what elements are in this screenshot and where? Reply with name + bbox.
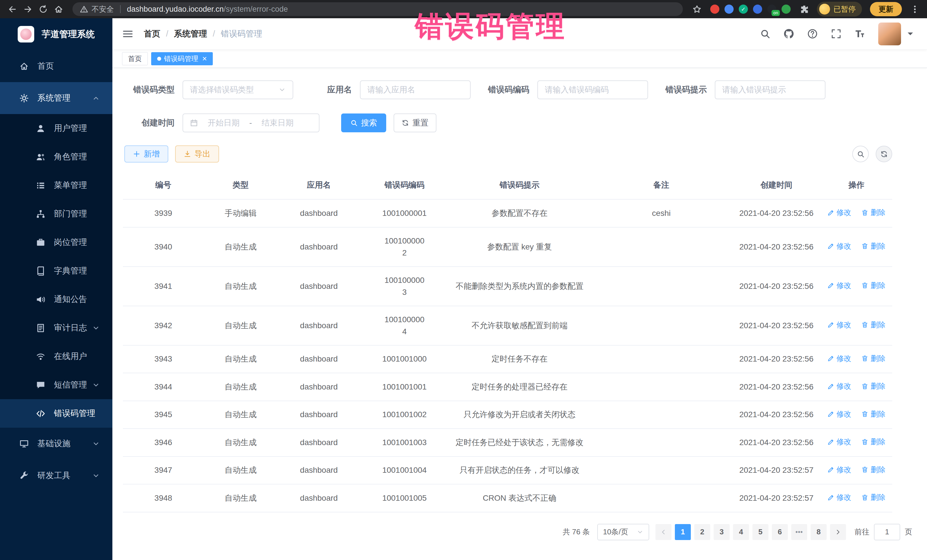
delete-link[interactable]: 删除 <box>862 436 885 448</box>
browser-back-icon[interactable] <box>5 2 20 17</box>
prev-page-button[interactable] <box>655 524 672 540</box>
sidebar-item-system[interactable]: 系统管理 <box>0 82 112 114</box>
sidebar-item-label: 错误码管理 <box>54 408 95 419</box>
delete-link[interactable]: 删除 <box>862 353 885 364</box>
edit-link[interactable]: 修改 <box>827 381 851 392</box>
sidebar-item-users[interactable]: 用户管理 <box>0 114 112 143</box>
page-button-4[interactable]: 4 <box>733 524 749 540</box>
edit-link[interactable]: 修改 <box>827 280 851 291</box>
add-button[interactable]: 新增 <box>125 146 168 162</box>
edit-link[interactable]: 修改 <box>827 436 851 448</box>
page-button-5[interactable]: 5 <box>752 524 768 540</box>
end-date-input[interactable] <box>256 118 299 127</box>
sidebar-item-online-users[interactable]: 在线用户 <box>0 342 112 371</box>
page-size-select[interactable]: 10条/页 <box>597 524 649 540</box>
page-button-2[interactable]: 2 <box>694 524 710 540</box>
table-body: 3939 手动编辑 dashboard 1001000001 参数配置不存在 c… <box>123 199 892 512</box>
date-range-picker[interactable]: - <box>182 114 319 132</box>
cell-type: 手动编辑 <box>204 199 278 227</box>
delete-link[interactable]: 删除 <box>862 381 885 392</box>
column-header: 操作 <box>821 171 892 199</box>
edit-link[interactable]: 修改 <box>827 353 851 364</box>
github-icon[interactable] <box>784 29 794 39</box>
error-code-input[interactable] <box>545 85 641 94</box>
goto-page-input[interactable] <box>874 524 900 540</box>
breadcrumb-item[interactable]: 首页 <box>144 28 160 39</box>
browser-menu-kebab-icon[interactable] <box>907 2 922 17</box>
browser-home-icon[interactable] <box>51 2 66 17</box>
edit-link[interactable]: 修改 <box>827 241 851 252</box>
refresh-table-button[interactable] <box>876 146 892 162</box>
cell-app: dashboard <box>278 345 360 373</box>
edit-link[interactable]: 修改 <box>827 492 851 503</box>
edit-link[interactable]: 修改 <box>827 464 851 475</box>
sidebar-item-roles[interactable]: 角色管理 <box>0 143 112 171</box>
error-type-select[interactable]: 请选择错误码类型 <box>182 80 293 99</box>
user-avatar[interactable] <box>878 23 901 46</box>
sidebar-item-audit-log[interactable]: 审计日志 <box>0 314 112 342</box>
export-button[interactable]: 导出 <box>175 146 219 162</box>
profile-chip[interactable]: 已暂停 <box>817 2 862 17</box>
bookmark-star-icon[interactable] <box>689 2 705 17</box>
cell-hint: 定时任务的处理器已经存在 <box>449 373 590 401</box>
search-icon[interactable] <box>760 29 770 39</box>
show-search-button[interactable] <box>852 146 869 162</box>
extensions-puzzle-icon[interactable] <box>796 2 812 17</box>
delete-link[interactable]: 删除 <box>862 241 885 252</box>
browser-update-button[interactable]: 更新 <box>870 2 902 16</box>
reset-button[interactable]: 重置 <box>394 114 436 132</box>
sidebar-item-depts[interactable]: 部门管理 <box>0 200 112 228</box>
page-button-3[interactable]: 3 <box>714 524 729 540</box>
sidebar-item-error-code[interactable]: 错误码管理 <box>0 399 112 428</box>
address-bar[interactable]: 不安全 dashboard.yudao.iocoder.cn/system/er… <box>73 2 683 16</box>
edit-link[interactable]: 修改 <box>827 319 851 331</box>
fullscreen-icon[interactable] <box>831 29 842 39</box>
cell-hint: 不允许获取敏感配置到前端 <box>449 306 590 345</box>
next-page-button[interactable] <box>830 524 846 540</box>
edit-link[interactable]: 修改 <box>827 408 851 420</box>
page-button-1[interactable]: 1 <box>675 524 691 540</box>
application-window: 不安全 dashboard.yudao.iocoder.cn/system/er… <box>0 0 927 560</box>
delete-link[interactable]: 删除 <box>862 207 885 218</box>
delete-link[interactable]: 删除 <box>862 319 885 331</box>
error-hint-input[interactable] <box>722 85 818 94</box>
sidebar-item-posts[interactable]: 岗位管理 <box>0 228 112 256</box>
tab-home[interactable]: 首页 <box>122 52 148 65</box>
ext-icon-green-check[interactable] <box>739 5 748 14</box>
close-icon[interactable]: × <box>202 55 207 63</box>
breadcrumb-item[interactable]: 系统管理 <box>174 28 207 39</box>
code-icon <box>36 409 46 418</box>
ext-icon-dark-on[interactable]: on <box>767 5 777 14</box>
ext-icon-blue-drop[interactable] <box>725 5 734 14</box>
sidebar-item-menus[interactable]: 菜单管理 <box>0 171 112 200</box>
edit-link[interactable]: 修改 <box>827 207 851 218</box>
app-logo[interactable]: 芋道管理系统 <box>0 18 112 50</box>
font-size-icon[interactable] <box>854 29 865 39</box>
ext-icon-red-circle[interactable] <box>710 5 719 14</box>
search-button[interactable]: 搜索 <box>341 114 386 132</box>
browser-forward-icon[interactable] <box>20 2 35 17</box>
select-placeholder: 请选择错误码类型 <box>190 84 254 95</box>
sidebar-item-sms[interactable]: 短信管理 <box>0 371 112 399</box>
sidebar-item-dict[interactable]: 字典管理 <box>0 256 112 285</box>
sidebar-item-notice[interactable]: 通知公告 <box>0 285 112 314</box>
page-button-8[interactable]: 8 <box>811 524 827 540</box>
delete-link[interactable]: 删除 <box>862 408 885 420</box>
delete-link[interactable]: 删除 <box>862 464 885 475</box>
page-ellipsis[interactable]: ••• <box>791 524 807 540</box>
user-menu[interactable] <box>878 23 916 46</box>
sidebar-item-dev-tools[interactable]: 研发工具 <box>0 460 112 492</box>
sidebar-item-infra[interactable]: 基础设施 <box>0 428 112 460</box>
hamburger-icon[interactable] <box>122 28 134 39</box>
sidebar-item-home[interactable]: 首页 <box>0 50 112 82</box>
ext-icon-blue-grid[interactable] <box>753 5 762 14</box>
start-date-input[interactable] <box>202 118 245 127</box>
delete-link[interactable]: 删除 <box>862 492 885 503</box>
ext-icon-green-circle[interactable] <box>781 5 791 14</box>
delete-link[interactable]: 删除 <box>862 280 885 291</box>
browser-reload-icon[interactable] <box>35 2 51 17</box>
page-button-6[interactable]: 6 <box>772 524 788 540</box>
tab-error-code[interactable]: 错误码管理× <box>151 52 213 65</box>
app-name-input[interactable] <box>368 85 463 94</box>
help-icon[interactable] <box>807 29 818 39</box>
